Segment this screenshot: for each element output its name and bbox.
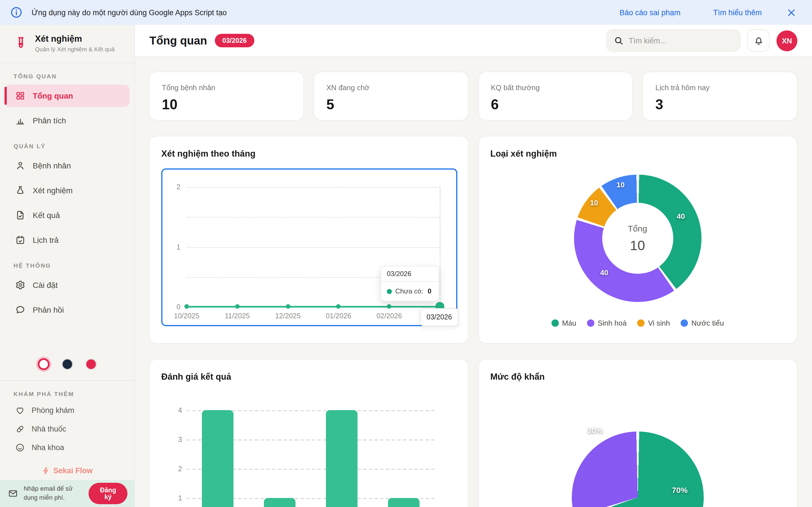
sidebar-item-label: Kết quả	[33, 211, 60, 220]
sekai-flow-label: Sekai Flow	[53, 466, 93, 475]
slice-value: 10	[590, 199, 598, 207]
brand: Xét nghiệm Quản lý Xét nghiệm & Kết quả	[0, 25, 134, 63]
chart-title: Loại xét nghiệm	[490, 149, 557, 159]
sidebar-item-tong-quan[interactable]: Tổng quan	[4, 84, 130, 107]
sidebar-item-label: Tổng quan	[33, 91, 73, 100]
y-tick: 2	[165, 183, 181, 191]
stat-card-schedule-today: Lịch trả hôm nay 3	[643, 71, 798, 121]
y-tick: 1	[168, 494, 182, 502]
sidebar-item-phan-hoi[interactable]: Phản hồi	[4, 298, 130, 321]
section-label-discover: KHÁM PHÁ THÊM	[13, 390, 121, 397]
bar[interactable]	[202, 410, 234, 507]
section-label-manage: QUẢN LÝ	[13, 143, 121, 149]
learn-more-link[interactable]: Tìm hiểu thêm	[713, 8, 762, 17]
data-point	[185, 304, 189, 309]
theme-dot-navy[interactable]	[61, 358, 73, 370]
chart-title: Xét nghiệm theo tháng	[161, 149, 255, 159]
stat-card-pending-tests: XN đang chờ 5	[313, 71, 469, 121]
sidebar-item-lich-tra[interactable]: Lịch trả	[4, 229, 130, 251]
section-label-overview: TỔNG QUAN	[13, 73, 121, 79]
chart-title: Mức độ khẩn	[490, 372, 545, 382]
legend-label: Vi sinh	[648, 319, 670, 327]
sidebar-item-phong-kham[interactable]: Phòng khám	[4, 401, 130, 420]
topbar: Tổng quan 03/2026	[135, 25, 812, 57]
legend-item: Sinh hoá	[587, 319, 627, 327]
file-check-icon	[15, 210, 26, 220]
pie-slice-label: 70%	[672, 486, 688, 495]
mail-icon	[8, 489, 18, 499]
sidebar-item-label: Phòng khám	[32, 406, 74, 414]
legend-label: Máu	[562, 319, 576, 327]
data-point	[387, 304, 391, 309]
legend-item: Máu	[551, 319, 576, 327]
theme-dot-red[interactable]	[85, 358, 97, 370]
sidebar-item-label: Lịch trả	[33, 235, 59, 244]
report-abuse-link[interactable]: Báo cáo sai phạm	[619, 8, 680, 17]
donut-center-value: 10	[630, 237, 645, 253]
search-input[interactable]	[629, 36, 725, 45]
sekai-flow-link[interactable]: Sekai Flow	[0, 466, 134, 475]
search-box[interactable]	[606, 29, 741, 52]
sidebar-item-label: Bệnh nhân	[33, 161, 71, 170]
calendar-check-icon	[15, 235, 26, 245]
x-tick: 02/2026	[369, 312, 409, 320]
signup-text: Nhập email để sử dụng miễn phí.	[24, 485, 83, 503]
sidebar-item-label: Phản hồi	[33, 305, 64, 314]
sidebar-item-nha-thuoc[interactable]: Nhà thuốc	[4, 420, 130, 438]
monthly-tests-line-chart[interactable]: 2 1 0 03/2026 Chưa có: 0 03/2026	[161, 168, 457, 326]
donut-legend: Máu Sinh hoá Vi sinh Nước tiểu	[478, 319, 797, 327]
sidebar: Xét nghiệm Quản lý Xét nghiệm & Kết quả …	[0, 25, 135, 507]
avatar[interactable]: XN	[776, 30, 797, 51]
y-tick: 1	[165, 243, 181, 251]
test-types-card: Loại xét nghiệm Tổng 10 40 40 10 10 Máu	[478, 136, 797, 344]
gridline	[187, 217, 440, 217]
x-tick: 01/2026	[319, 312, 358, 320]
pill-icon	[15, 424, 25, 434]
tooltip-label: Chưa có:	[395, 287, 423, 295]
legend-label: Sinh hoá	[598, 319, 627, 327]
sidebar-item-ket-qua[interactable]: Kết quả	[4, 204, 130, 226]
close-icon[interactable]	[786, 8, 796, 17]
app-root: Ứng dụng này do một người dùng Google Ap…	[0, 0, 812, 507]
stat-label: Tổng bệnh nhân	[162, 83, 291, 92]
smile-icon	[15, 443, 25, 452]
app-subtitle: Quản lý Xét nghiệm & Kết quả	[35, 46, 115, 52]
legend-dot	[551, 320, 559, 327]
sidebar-item-label: Nha khoa	[32, 443, 64, 452]
dashboard-icon	[15, 91, 26, 101]
page-title: Tổng quan	[149, 34, 207, 47]
slice-value: 40	[600, 269, 608, 277]
sidebar-item-phan-tich[interactable]: Phân tích	[4, 109, 130, 132]
legend-dot	[638, 320, 645, 327]
bar[interactable]	[326, 410, 357, 507]
stat-value: 10	[162, 96, 291, 113]
test-tube-icon	[13, 36, 28, 50]
legend-item: Vi sinh	[638, 319, 670, 327]
y-tick: 2	[168, 464, 182, 473]
app-title: Xét nghiệm	[35, 34, 115, 44]
sidebar-item-label: Phân tích	[33, 116, 66, 125]
gridline	[187, 187, 440, 187]
bolt-icon	[42, 466, 50, 475]
sidebar-item-label: Nhà thuốc	[32, 425, 66, 433]
sidebar-item-label: Cài đặt	[33, 281, 58, 290]
signup-button[interactable]: Đăng ký	[89, 483, 128, 504]
stat-cards: Tổng bệnh nhân 10 XN đang chờ 5 KQ bất t…	[149, 71, 797, 121]
sidebar-item-xet-nghiem[interactable]: Xét nghiệm	[4, 179, 130, 202]
crosshair-line	[440, 187, 441, 307]
heart-icon	[15, 406, 25, 415]
content: Tổng bệnh nhân 10 XN đang chờ 5 KQ bất t…	[135, 57, 812, 507]
data-point	[235, 304, 240, 309]
gas-info-banner: Ứng dụng này do một người dùng Google Ap…	[0, 0, 812, 25]
sidebar-item-benh-nhan[interactable]: Bệnh nhân	[4, 154, 130, 177]
bar[interactable]	[388, 498, 419, 507]
sidebar-item-nha-khoa[interactable]: Nha khoa	[4, 438, 130, 457]
urgency-pie-chart[interactable]	[571, 432, 703, 507]
theme-dot-white[interactable]	[38, 358, 49, 370]
bar[interactable]	[264, 498, 296, 507]
sidebar-item-cai-dat[interactable]: Cài đặt	[4, 274, 130, 296]
notifications-button[interactable]	[747, 29, 770, 52]
data-point	[286, 304, 290, 309]
flask-icon	[15, 185, 26, 195]
result-evaluation-bar-chart[interactable]: 4 3 2 1	[187, 410, 435, 507]
